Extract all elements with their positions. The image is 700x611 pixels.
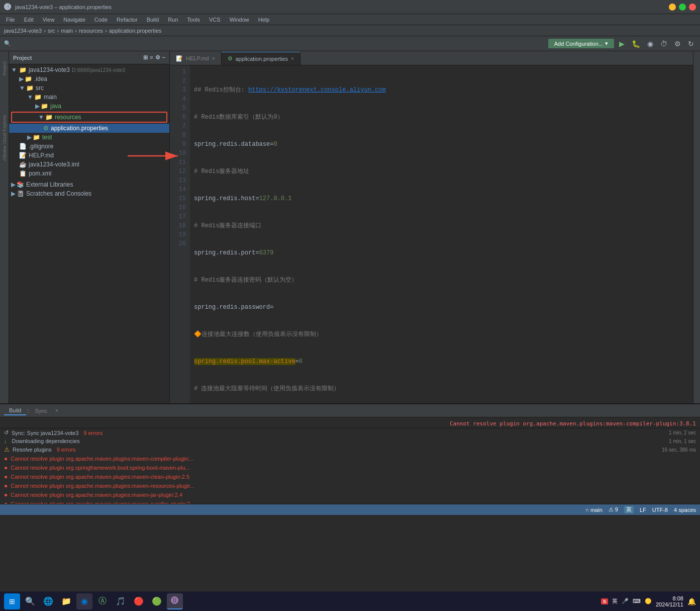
tree-item-helpmd[interactable]: 📝 HELP.md xyxy=(9,151,169,160)
project-gear[interactable]: ⚙ xyxy=(155,54,160,61)
tab-application-properties[interactable]: ⚙ application.properties × xyxy=(222,52,301,65)
project-tab-label[interactable]: Project xyxy=(2,61,7,75)
build-tab[interactable]: Build xyxy=(4,406,26,415)
profile-button[interactable]: ⏱ xyxy=(658,39,669,49)
taskbar-notification[interactable]: 🔔 xyxy=(687,597,696,605)
tree-item-java[interactable]: ▶ 📁 java xyxy=(9,102,169,111)
right-panel xyxy=(693,51,700,403)
add-configuration-button[interactable]: Add Configuration... ▾ xyxy=(548,39,614,48)
build-item-sync[interactable]: ↺ Sync: Sync java1234-vote3 9 errors 1 m… xyxy=(0,428,700,437)
status-encoding: UTF-8 xyxy=(652,507,668,513)
titlebar: 🅤 java1234-vote3 – application.propertie… xyxy=(0,0,700,14)
taskbar-app3[interactable]: 🎵 xyxy=(113,593,129,609)
project-actions: ⊞ ≡ ⚙ − xyxy=(143,54,165,61)
build-error-1[interactable]: ● Cannot resolve plugin org.apache.maven… xyxy=(0,454,700,463)
tree-item-ext-libs[interactable]: ▶ 📚 External Libraries xyxy=(9,180,169,189)
menu-code[interactable]: Code xyxy=(90,16,112,24)
build-tab-colon: : xyxy=(27,408,29,414)
menu-window[interactable]: Window xyxy=(226,16,253,24)
menu-run[interactable]: Run xyxy=(164,16,182,24)
error-icon-4: ● xyxy=(4,482,8,489)
helpmd-icon: 📝 xyxy=(19,152,27,159)
taskbar-app1[interactable]: ◉ xyxy=(76,593,92,609)
project-action-1[interactable]: ⊞ xyxy=(143,54,148,61)
tree-item-iml[interactable]: ☕ java1234-vote3.iml xyxy=(9,160,169,169)
error-text-4: Cannot resolve plugin org.apache.maven.p… xyxy=(11,483,194,489)
code-content[interactable]: ## Redis控制台: https://kvstorenext.console… xyxy=(190,65,693,403)
breadcrumb-main: main xyxy=(61,28,73,34)
menu-refactor[interactable]: Refactor xyxy=(113,16,142,24)
redis-url[interactable]: https://kvstorenext.console.aliyun.com xyxy=(248,86,386,94)
tree-item-test[interactable]: ▶ 📁 test xyxy=(9,133,169,142)
error-icon-2: ● xyxy=(4,464,8,471)
menu-edit[interactable]: Edit xyxy=(20,16,38,24)
menu-tools[interactable]: Tools xyxy=(183,16,204,24)
taskbar-browser[interactable]: 🌐 xyxy=(40,593,56,609)
sync-tab[interactable]: Sync xyxy=(30,407,52,415)
tree-item-root[interactable]: ▼ 📁 java1234-vote3 D:\6666\java1234-vote… xyxy=(9,65,169,74)
project-header: Project ⊞ ≡ ⚙ − xyxy=(9,51,169,64)
taskbar-idea[interactable]: 🅤 xyxy=(167,593,183,609)
update-button[interactable]: ↻ xyxy=(686,39,696,49)
alibaba-cloud-label[interactable]: Alibaba Cloud Explorer xyxy=(2,115,7,161)
menu-help[interactable]: Help xyxy=(254,16,274,24)
tree-item-application-properties[interactable]: ⚙ application.properties xyxy=(9,124,169,133)
tab-helpmd[interactable]: 📝 HELP.md × xyxy=(170,52,222,65)
tree-item-resources[interactable]: ▼ 📁 resources xyxy=(11,112,167,123)
menu-view[interactable]: View xyxy=(39,16,59,24)
close-button[interactable] xyxy=(689,4,696,11)
tree-item-pomxml[interactable]: 📋 pom.xml xyxy=(9,169,169,178)
main-arrow: ▼ xyxy=(27,94,33,101)
build-error-6[interactable]: ● Cannot resolve plugin org.apache.maven… xyxy=(0,499,700,504)
taskbar-search[interactable]: 🔍 xyxy=(22,593,38,609)
project-action-2[interactable]: ≡ xyxy=(150,54,153,61)
close-build-tab[interactable]: × xyxy=(55,408,58,413)
debug-button[interactable]: 🐛 xyxy=(630,39,642,49)
taskbar-explorer[interactable]: 📁 xyxy=(58,593,74,609)
taskbar-app4[interactable]: 🔴 xyxy=(131,593,147,609)
taskbar-mic: 🎤 xyxy=(622,598,629,604)
menu-navigate[interactable]: Navigate xyxy=(59,16,89,24)
scratches-icon: 📓 xyxy=(17,190,24,197)
build-item-downloading[interactable]: ↓ Downloading dependencies 1 min, 1 sec xyxy=(0,437,700,445)
taskbar: ⊞ 🔍 🌐 📁 ◉ Ⓐ 🎵 🔴 🟢 🅤 S 英 🎤 ⌨ 🟡 8:08 2024/… xyxy=(0,591,700,611)
maximize-button[interactable] xyxy=(679,4,686,11)
build-error-2[interactable]: ● Cannot resolve plugin org.springframew… xyxy=(0,463,700,472)
idea-taskbar-icon: 🅤 xyxy=(171,596,179,605)
run-button[interactable]: ▶ xyxy=(617,39,627,49)
browser-icon: 🌐 xyxy=(43,596,53,606)
app3-icon: 🎵 xyxy=(116,596,126,606)
code-editor[interactable]: 1 2 3 4 5 6 7 8 9 10 11 12 13 14 15 16 1… xyxy=(170,65,693,403)
src-arrow: ▼ xyxy=(19,84,25,92)
tree-item-src[interactable]: ▼ 📁 src xyxy=(9,83,169,93)
taskbar-app2[interactable]: Ⓐ xyxy=(94,593,111,609)
menu-file[interactable]: File xyxy=(2,16,19,24)
build-item-resolve[interactable]: ⚠ Resolve plugins 9 errors 16 sec, 386 m… xyxy=(0,445,700,454)
project-close[interactable]: − xyxy=(162,54,165,61)
titlebar-right xyxy=(669,4,696,11)
tab-props-close[interactable]: × xyxy=(291,56,294,61)
resolve-text: Resolve plugins xyxy=(13,447,52,453)
tree-item-scratches[interactable]: ▶ 📓 Scratches and Consoles xyxy=(9,189,169,198)
iml-icon: ☕ xyxy=(19,161,27,168)
tree-item-idea[interactable]: ▶ 📁 .idea xyxy=(9,74,169,83)
taskbar-start-button[interactable]: ⊞ xyxy=(4,593,20,609)
menu-vcs[interactable]: VCS xyxy=(205,16,225,24)
tree-item-main[interactable]: ▼ 📁 main xyxy=(9,93,169,102)
build-error-5[interactable]: ● Cannot resolve plugin org.apache.maven… xyxy=(0,490,700,499)
taskbar-chrome[interactable]: 🟢 xyxy=(149,593,165,609)
test-label: test xyxy=(42,134,52,141)
menu-build[interactable]: Build xyxy=(143,16,163,24)
minimize-button[interactable] xyxy=(669,4,676,11)
toolbar-left: 🔍 xyxy=(4,40,11,47)
settings-icon[interactable]: ⚙ xyxy=(672,39,683,49)
error-icon-3: ● xyxy=(4,473,8,480)
tree-item-gitignore[interactable]: 📄 .gitignore xyxy=(9,142,169,151)
build-error-4[interactable]: ● Cannot resolve plugin org.apache.maven… xyxy=(0,481,700,490)
tab-helpmd-close[interactable]: × xyxy=(212,56,215,61)
gitignore-icon: 📄 xyxy=(19,143,27,150)
build-error-3[interactable]: ● Cannot resolve plugin org.apache.maven… xyxy=(0,472,700,481)
coverage-button[interactable]: ◉ xyxy=(645,39,655,49)
status-lang: 英 xyxy=(624,506,634,513)
error-text-6: Cannot resolve plugin org.apache.maven.p… xyxy=(11,501,194,504)
